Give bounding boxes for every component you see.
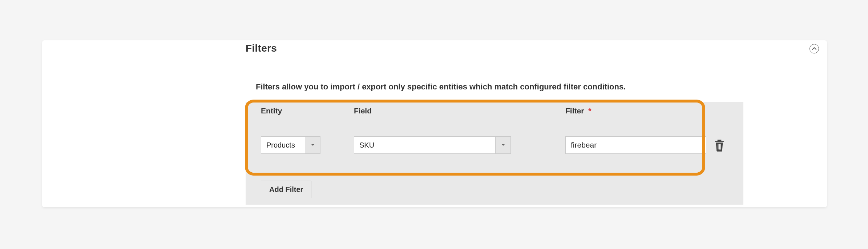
field-select[interactable]: SKU <box>354 136 511 154</box>
svg-rect-1 <box>719 144 720 150</box>
filters-panel: Filters Filters allow you to import / ex… <box>42 40 827 207</box>
panel-title: Filters <box>246 43 277 54</box>
entity-select-arrow <box>305 137 320 153</box>
entity-select[interactable]: Products <box>261 136 320 154</box>
chevron-up-icon <box>812 47 816 50</box>
entity-select-value: Products <box>261 141 305 149</box>
collapse-toggle[interactable] <box>810 44 819 53</box>
column-header-field: Field <box>354 107 372 115</box>
required-asterisk: * <box>588 107 591 115</box>
panel-description: Filters allow you to import / export onl… <box>256 82 626 92</box>
delete-row-button[interactable] <box>714 137 725 153</box>
column-header-entity: Entity <box>261 107 282 115</box>
field-select-value: SKU <box>354 141 495 149</box>
column-header-filter-label: Filter <box>565 107 584 115</box>
filter-input[interactable] <box>565 136 706 154</box>
caret-down-icon <box>501 144 505 146</box>
svg-rect-0 <box>718 144 718 150</box>
field-select-arrow <box>495 137 510 153</box>
svg-rect-2 <box>720 144 721 150</box>
caret-down-icon <box>311 144 315 146</box>
column-header-filter: Filter * <box>565 107 591 115</box>
filters-grid: Entity Field Filter * Products SKU <box>246 102 743 205</box>
add-filter-button[interactable]: Add Filter <box>261 181 311 198</box>
trash-icon <box>714 137 725 153</box>
